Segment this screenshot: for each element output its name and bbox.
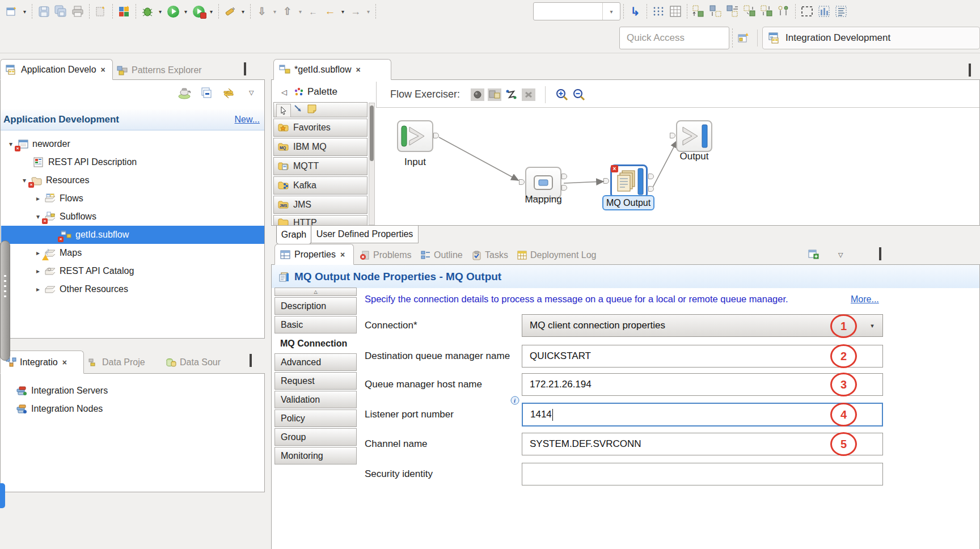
zoom-level-combo[interactable]: ▾ [533,2,620,20]
highlighter-dropdown-icon[interactable]: ▾ [239,9,247,15]
flow-node-output[interactable] [676,120,712,152]
flow-node-input[interactable] [397,120,433,152]
align-bottom-icon[interactable] [776,4,791,19]
tree-item-getid-subflow[interactable]: × getId.subflow [1,226,264,244]
tree-item-integration-nodes[interactable]: Integration Nodes [1,400,262,418]
tab-properties[interactable]: Properties × [274,244,354,265]
tab-user-defined-properties[interactable]: User Defined Properties [311,226,419,243]
output-terminal[interactable] [561,185,567,191]
tab-editor-getid-subflow[interactable]: *getId.subflow × [273,59,391,80]
input-terminal[interactable] [519,179,525,185]
show-grid-icon[interactable] [668,4,683,19]
save-all-icon[interactable] [53,4,68,19]
back-icon[interactable]: ← [323,4,337,19]
stop-flow-exerciser-icon[interactable] [521,87,536,102]
align-middle-icon[interactable] [759,4,774,19]
zoom-out-icon[interactable] [572,87,586,102]
tab-tasks[interactable]: Tasks [472,248,508,262]
export-icon[interactable]: ⇧ [280,4,295,19]
collapse-palette-icon[interactable]: ◁ [281,88,287,96]
new-flow-icon[interactable] [5,4,19,19]
side-tab-advanced[interactable]: Advanced [274,353,357,371]
route-icon[interactable]: ↳ [628,4,643,19]
dropdown-arrow-icon[interactable]: ▾ [862,315,882,336]
align-top-icon[interactable] [742,4,757,19]
maximize-panel-icon[interactable] [250,356,252,366]
more-link[interactable]: More... [851,294,879,305]
close-icon[interactable]: × [356,65,361,74]
new-application-icon[interactable] [117,4,132,19]
perspective-button[interactable]: Integration Development [762,27,980,49]
side-tab-policy[interactable]: Policy [274,409,357,427]
tab-graph[interactable]: Graph [276,226,311,244]
input-terminal[interactable] [670,133,675,138]
channel-name-input[interactable]: SYSTEM.DEF.SVRCONN [522,433,883,455]
output-terminal[interactable] [433,133,439,138]
security-identity-input[interactable] [522,463,883,485]
palette-category-mqtt[interactable]: MQTT [273,157,368,175]
expand-icon[interactable]: ▸ [32,267,44,275]
view-menu-icon[interactable]: ▽ [249,89,254,96]
minimized-view-trim[interactable] [0,240,10,361]
tab-deployment-log[interactable]: Deployment Log [517,248,597,262]
selection-tool-icon[interactable] [276,104,291,117]
tree-item-rest-api-description[interactable]: REST API Description [1,153,264,171]
expand-icon[interactable]: ▸ [32,285,44,293]
tab-data-projects[interactable]: Data Proje [88,355,145,370]
link-with-editor-icon[interactable] [222,87,235,102]
maximize-view-icon[interactable] [879,250,881,260]
run-icon[interactable] [166,4,180,19]
close-icon[interactable]: × [340,250,345,259]
palette-category-kafka[interactable]: Kafka [273,176,368,195]
minimized-view-accent[interactable] [0,483,5,508]
palette-category-http[interactable]: HTTP [273,215,368,226]
distribute-icon[interactable] [817,4,831,19]
marquee-select-icon[interactable] [800,4,814,19]
expand-icon[interactable]: ▸ [32,195,44,202]
print-icon[interactable] [70,4,85,19]
listener-port-input[interactable]: 1414 [522,403,883,426]
debug-icon[interactable] [140,4,155,19]
align-left-icon[interactable] [691,4,706,19]
profile-dropdown-icon[interactable]: ▾ [208,9,215,15]
side-tabs-scroll-up[interactable]: △ [274,288,357,296]
side-tab-monitoring[interactable]: Monitoring [274,447,357,464]
combo-dropdown-icon[interactable]: ▾ [602,3,620,20]
tree-item-rest-api-catalog[interactable]: ▸ REST API Catalog [1,262,264,280]
tab-application-development[interactable]: Application Develo × [0,59,113,80]
quick-access[interactable] [619,27,729,49]
view-menu-icon[interactable]: ▽ [838,251,843,259]
run-dropdown-icon[interactable]: ▾ [182,9,189,15]
output-terminal[interactable] [561,174,567,179]
deploy-icon[interactable] [178,87,191,102]
open-perspective-icon[interactable] [737,31,751,45]
maximize-panel-icon[interactable] [244,65,246,75]
side-tab-description[interactable]: Description [274,297,357,315]
tree-item-resources[interactable]: ▾ × Resources [1,171,264,189]
palette-category-ibm-mq[interactable]: MQ IBM MQ [273,138,368,156]
highlighter-icon[interactable] [223,4,238,19]
side-tab-group[interactable]: Group [274,428,357,446]
new-dropdown-icon[interactable]: ▾ [21,9,28,15]
collapse-all-icon[interactable] [200,87,213,102]
import-icon[interactable]: ⇩ [255,4,269,19]
output-terminal[interactable] [648,174,654,179]
scrollbar-thumb[interactable] [370,105,374,161]
flow-node-label-selected[interactable]: MQ Output [602,195,654,210]
input-terminal[interactable] [603,178,609,184]
new-link[interactable]: New... [235,115,260,125]
snap-grid-icon[interactable] [651,4,666,19]
connection-dropdown[interactable]: MQ client connection properties ▾ [522,314,883,337]
zoom-in-icon[interactable] [555,87,569,102]
new-artifact-icon[interactable] [94,4,108,19]
output-terminal[interactable] [648,186,654,192]
align-right-icon[interactable] [725,4,740,19]
tree-item-maps[interactable]: ▸ Maps [1,244,264,262]
back-dropdown-icon[interactable]: ▾ [339,9,347,15]
palette-scrollbar[interactable] [369,103,375,225]
side-tab-request[interactable]: Request [274,372,357,390]
palette-category-favorites[interactable]: Favorites [273,119,368,137]
note-tool-icon[interactable] [307,104,318,116]
destination-queue-manager-input[interactable]: QUICKSTART [522,345,883,368]
tree-item-neworder[interactable]: ▾ × neworder [1,135,264,153]
